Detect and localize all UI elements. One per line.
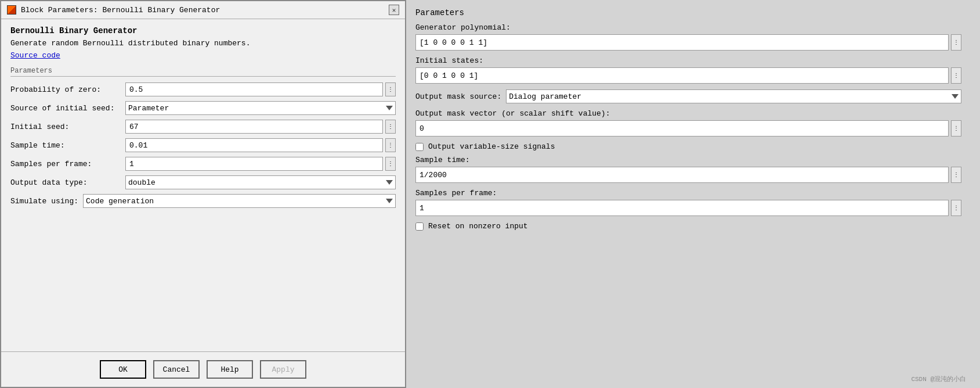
simulate-select[interactable]: Code generation Interpreted execution (83, 194, 396, 208)
right-sample-time-dots-btn[interactable]: ⋮ (951, 167, 961, 183)
probability-row: Probability of zero: ⋮ (10, 82, 396, 96)
initial-seed-row: Initial seed: ⋮ (10, 120, 396, 134)
output-mask-vector-label: Output mask vector (or scalar shift valu… (415, 109, 961, 118)
samples-per-frame-dots-btn[interactable]: ⋮ (385, 157, 396, 171)
output-mask-source-wrap: Output mask source: Dialog parameter Inp… (415, 89, 961, 103)
generator-polynomial-input[interactable] (415, 34, 949, 51)
app-icon (7, 5, 16, 15)
right-sample-time-input[interactable] (415, 167, 949, 183)
dialog-footer: OK Cancel Help Apply (1, 351, 405, 387)
output-variable-size-row: Output variable-size signals (415, 142, 961, 151)
right-panel-content: Parameters Generator polynomial: ⋮ Initi… (415, 8, 961, 231)
initial-seed-source-select[interactable]: Parameter Auto (125, 101, 396, 115)
right-samples-per-frame-label: Samples per frame: (415, 189, 961, 197)
probability-dots-btn[interactable]: ⋮ (385, 82, 396, 96)
output-mask-vector-dots-btn[interactable]: ⋮ (951, 120, 961, 136)
samples-per-frame-label: Samples per frame: (10, 160, 121, 168)
probability-input[interactable] (125, 82, 383, 96)
output-mask-vector-wrap: ⋮ (415, 120, 961, 136)
parameters-section-label: Parameters (10, 67, 396, 77)
output-mask-source-select[interactable]: Dialog parameter Input port (506, 89, 961, 103)
output-mask-vector-input[interactable] (415, 120, 949, 136)
sample-time-dots-btn[interactable]: ⋮ (385, 138, 396, 152)
samples-per-frame-input-wrap: ⋮ (125, 157, 396, 171)
initial-seed-label: Initial seed: (10, 123, 121, 131)
output-variable-size-checkbox[interactable] (415, 143, 424, 151)
initial-states-dots-btn[interactable]: ⋮ (951, 67, 961, 84)
sample-time-input[interactable] (125, 138, 383, 152)
output-data-type-select[interactable]: double single boolean (125, 175, 396, 189)
output-data-type-label: Output data type: (10, 178, 121, 187)
initial-seed-source-wrap: Parameter Auto (125, 101, 396, 115)
ok-button[interactable]: OK (100, 360, 146, 379)
dialog-body: Bernoulli Binary Generator Generate rand… (1, 19, 405, 351)
initial-seed-dots-btn[interactable]: ⋮ (385, 120, 396, 134)
right-sample-time-label: Sample time: (415, 156, 961, 164)
description-text: Generate random Bernoulli distributed bi… (10, 39, 396, 48)
initial-seed-input-wrap: ⋮ (125, 120, 396, 134)
probability-label: Probability of zero: (10, 85, 121, 94)
sample-time-row: Sample time: ⋮ (10, 138, 396, 152)
reset-label: Reset on nonzero input (428, 222, 528, 231)
source-code-link[interactable]: Source code (10, 51, 60, 60)
right-samples-per-frame-dots-btn[interactable]: ⋮ (951, 200, 961, 216)
samples-per-frame-row: Samples per frame: ⋮ (10, 157, 396, 171)
right-sample-time-wrap: ⋮ (415, 167, 961, 183)
generator-polynomial-label: Generator polynomial: (415, 23, 961, 32)
generator-polynomial-dots-btn[interactable]: ⋮ (951, 34, 961, 51)
dialog-window: Block Parameters: Bernoulli Binary Gener… (0, 0, 406, 388)
watermark: CSDN @混沌的小白 (911, 375, 966, 383)
help-button[interactable]: Help (207, 360, 253, 379)
dialog-title: Block Parameters: Bernoulli Binary Gener… (21, 6, 220, 15)
initial-seed-input[interactable] (125, 120, 383, 134)
generator-polynomial-wrap: ⋮ (415, 34, 961, 51)
output-variable-size-label: Output variable-size signals (428, 142, 555, 151)
reset-row: Reset on nonzero input (415, 222, 961, 231)
initial-states-label: Initial states: (415, 56, 961, 65)
output-mask-source-label: Output mask source: (415, 92, 501, 101)
output-data-type-wrap: double single boolean (125, 175, 396, 189)
sample-time-input-wrap: ⋮ (125, 138, 396, 152)
initial-seed-source-row: Source of initial seed: Parameter Auto (10, 101, 396, 115)
apply-button[interactable]: Apply (260, 360, 306, 379)
cancel-button[interactable]: Cancel (153, 360, 200, 379)
right-samples-per-frame-input[interactable] (415, 200, 949, 216)
close-button[interactable]: ✕ (389, 5, 399, 15)
initial-states-wrap: ⋮ (415, 67, 961, 84)
initial-states-input[interactable] (415, 67, 949, 84)
block-name: Bernoulli Binary Generator (10, 26, 396, 35)
reset-checkbox[interactable] (415, 222, 424, 231)
initial-seed-source-label: Source of initial seed: (10, 104, 121, 113)
title-bar-left: Block Parameters: Bernoulli Binary Gener… (7, 5, 220, 15)
output-data-type-row: Output data type: double single boolean (10, 175, 396, 189)
simulate-row: Simulate using: Code generation Interpre… (10, 194, 396, 208)
right-panel: Parameters Generator polynomial: ⋮ Initi… (406, 0, 980, 388)
title-bar: Block Parameters: Bernoulli Binary Gener… (1, 1, 405, 19)
simulate-label: Simulate using: (10, 197, 78, 206)
sample-time-label: Sample time: (10, 141, 121, 150)
probability-input-wrap: ⋮ (125, 82, 396, 96)
samples-per-frame-input[interactable] (125, 157, 383, 171)
right-samples-per-frame-wrap: ⋮ (415, 200, 961, 216)
right-panel-title: Parameters (415, 8, 961, 17)
